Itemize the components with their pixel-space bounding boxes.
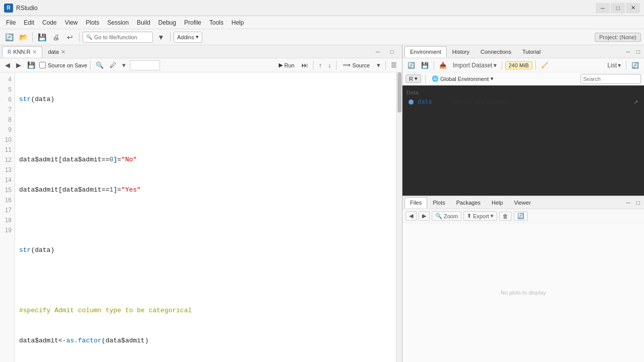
clear-env-button[interactable]: 🧹 [539, 61, 550, 70]
refresh-plots-button[interactable]: 🔄 [514, 211, 528, 221]
line-numbers: 4 5 6 7 8 9 10 11 12 13 14 15 16 17 18 1… [0, 72, 15, 362]
editor-minimize-button[interactable]: ─ [372, 46, 384, 58]
editor-nav-fwd[interactable]: ▶ [14, 60, 23, 70]
env-data-name[interactable]: data [418, 99, 448, 106]
source-file-button[interactable]: ↩ [64, 31, 76, 43]
source-dropdown[interactable]: ▾ [375, 60, 382, 70]
editor-vertical-scrollbar[interactable] [396, 72, 402, 362]
menu-session[interactable]: Session [103, 18, 133, 27]
editor-separator-1 [90, 61, 91, 70]
files-pane: Files Plots Packages Help Viewer ─ □ ◀ ▶… [403, 196, 644, 362]
editor-search-input[interactable] [130, 60, 160, 70]
line-num-17: 17 [0, 205, 15, 215]
export-button[interactable]: ⬆ Export ▾ [463, 211, 497, 221]
env-save-button[interactable]: 💾 [419, 61, 431, 70]
menu-code[interactable]: Code [38, 18, 61, 27]
menu-debug[interactable]: Debug [154, 18, 180, 27]
env-separator-2 [502, 61, 502, 70]
files-tab-files[interactable]: Files [405, 197, 427, 208]
zoom-label: Zoom [444, 213, 458, 219]
data-tab-close: ✕ [61, 49, 65, 55]
nav-next-button[interactable]: ▶ [419, 211, 430, 221]
editor-code-tools-dropdown[interactable]: ▾ [120, 60, 128, 70]
menu-profile[interactable]: Profile [180, 18, 205, 27]
menu-help[interactable]: Help [227, 18, 248, 27]
env-tab-connections[interactable]: Connections [475, 46, 517, 57]
editor-tab-knn[interactable]: R KNN.R ✕ [2, 46, 42, 57]
run-button[interactable]: ▶ Run [276, 61, 297, 69]
delete-plot-button[interactable]: 🗑 [499, 212, 512, 221]
env-tab-environment[interactable]: Environment [405, 46, 447, 57]
menu-plots[interactable]: Plots [82, 18, 104, 27]
env-maximize-button[interactable]: □ [634, 47, 642, 56]
import-dataset-button[interactable]: Import Dataset ▾ [451, 61, 499, 70]
files-tab-bar: Files Plots Packages Help Viewer ─ □ [403, 196, 644, 209]
editor-code-tools[interactable]: 🖊 [108, 60, 118, 70]
source-button[interactable]: ⟹ Source [340, 61, 373, 69]
go-to-function[interactable]: Go to file/function [83, 32, 153, 43]
save-button[interactable]: 💾 [36, 31, 48, 43]
list-view-button[interactable]: List ▾ [605, 61, 623, 70]
data-tab-label: data [48, 49, 58, 55]
editor-nav-back[interactable]: ◀ [3, 60, 12, 70]
files-maximize-button[interactable]: □ [634, 198, 642, 207]
code-content[interactable]: str(data) data$admit[data$admit==0]="No"… [15, 72, 396, 362]
files-tab-viewer[interactable]: Viewer [509, 197, 536, 208]
editor-scrollbar-thumb[interactable] [397, 72, 401, 113]
app-icon: R [4, 4, 13, 13]
editor-maximize-button[interactable]: □ [386, 46, 398, 58]
env-refresh-button[interactable]: 🔄 [629, 61, 641, 70]
files-tab-packages[interactable]: Packages [451, 197, 486, 208]
line-num-16: 16 [0, 195, 15, 205]
nav-up-button[interactable]: ↑ [316, 60, 324, 70]
editor-options[interactable]: ☰ [389, 60, 399, 70]
run-next-button[interactable]: ⏭ [299, 60, 310, 70]
environment-pane: Environment History Connections Tutorial… [403, 45, 644, 196]
editor-find[interactable]: 🔍 [94, 60, 106, 70]
maximize-button[interactable]: □ [611, 3, 625, 13]
import-chevron-icon: ▾ [494, 62, 497, 69]
addins-button[interactable]: Addins ▾ [174, 32, 202, 43]
code-line-11: #specify Admit column type to be categor… [19, 306, 392, 316]
global-env-button[interactable]: 🌐 Global Environment ▾ [430, 74, 496, 83]
env-data-expand[interactable]: ↗ [633, 99, 638, 106]
nav-down-button[interactable]: ↓ [326, 60, 334, 70]
app-title: RStudio [16, 5, 596, 12]
editor-separator-3 [336, 61, 337, 70]
env-data-dot [409, 100, 414, 105]
env-search-input[interactable] [581, 74, 641, 84]
menu-view[interactable]: View [61, 18, 82, 27]
env-load-button[interactable]: 📥 [437, 61, 449, 70]
r-version-badge: R ▾ [406, 74, 421, 83]
files-tab-plots[interactable]: Plots [427, 197, 450, 208]
env-separator-3 [535, 61, 536, 70]
close-button[interactable]: ✕ [626, 3, 640, 13]
source-on-save-checkbox[interactable] [39, 62, 46, 68]
env-minimize-button[interactable]: ─ [624, 47, 632, 56]
main-layout: R KNN.R ✕ data ✕ ─ □ ◀ ▶ 💾 [0, 45, 644, 362]
zoom-button[interactable]: 🔍 Zoom [432, 211, 461, 221]
editor-save[interactable]: 💾 [25, 60, 37, 70]
minimize-button[interactable]: ─ [596, 3, 610, 13]
nav-prev-button[interactable]: ◀ [406, 211, 417, 221]
menu-file[interactable]: File [2, 18, 20, 27]
env-new-script-button[interactable]: 🔄 [406, 61, 417, 70]
new-file-button[interactable]: 🔄 [3, 31, 15, 43]
print-button[interactable]: 🖨 [50, 31, 62, 43]
files-tab-help[interactable]: Help [486, 197, 509, 208]
open-file-button[interactable]: 📂 [17, 31, 29, 43]
source-label: Source [352, 62, 370, 68]
menu-edit[interactable]: Edit [20, 18, 38, 27]
env-tab-history[interactable]: History [447, 46, 475, 57]
env-separator-1 [434, 61, 434, 70]
toolbar-separator-3 [170, 32, 171, 42]
function-dropdown[interactable]: ▼ [155, 31, 167, 43]
line-num-7: 7 [0, 105, 15, 115]
menu-tools[interactable]: Tools [205, 18, 227, 27]
editor-tab-data[interactable]: data ✕ [42, 46, 70, 57]
env-tab-tutorial[interactable]: Tutorial [517, 46, 546, 57]
files-minimize-button[interactable]: ─ [624, 198, 632, 207]
global-env-chevron: ▾ [491, 75, 494, 82]
line-num-18: 18 [0, 215, 15, 225]
menu-build[interactable]: Build [133, 18, 154, 27]
